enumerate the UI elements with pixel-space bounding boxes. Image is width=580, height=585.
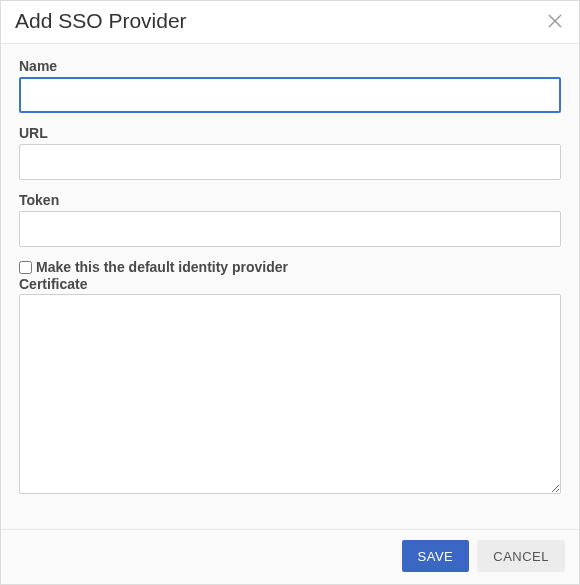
modal-footer: SAVE CANCEL <box>1 529 579 584</box>
modal-title: Add SSO Provider <box>15 9 187 33</box>
token-label: Token <box>19 192 561 208</box>
url-input[interactable] <box>19 144 561 180</box>
add-sso-provider-modal: Add SSO Provider Name URL Token Make thi… <box>0 0 580 585</box>
modal-header: Add SSO Provider <box>1 1 579 44</box>
certificate-label: Certificate <box>19 276 561 292</box>
name-input[interactable] <box>19 77 561 113</box>
url-label: URL <box>19 125 561 141</box>
token-input[interactable] <box>19 211 561 247</box>
token-group: Token <box>19 192 561 247</box>
save-button[interactable]: SAVE <box>402 540 470 572</box>
url-group: URL <box>19 125 561 180</box>
name-label: Name <box>19 58 561 74</box>
close-button[interactable] <box>545 11 565 31</box>
default-provider-checkbox[interactable] <box>19 261 32 274</box>
default-provider-row: Make this the default identity provider <box>19 259 561 275</box>
modal-body: Name URL Token Make this the default ide… <box>1 44 579 529</box>
cancel-button[interactable]: CANCEL <box>477 540 565 572</box>
close-icon <box>548 14 562 28</box>
default-provider-label: Make this the default identity provider <box>36 259 288 275</box>
name-group: Name <box>19 58 561 113</box>
certificate-textarea[interactable] <box>19 294 561 494</box>
